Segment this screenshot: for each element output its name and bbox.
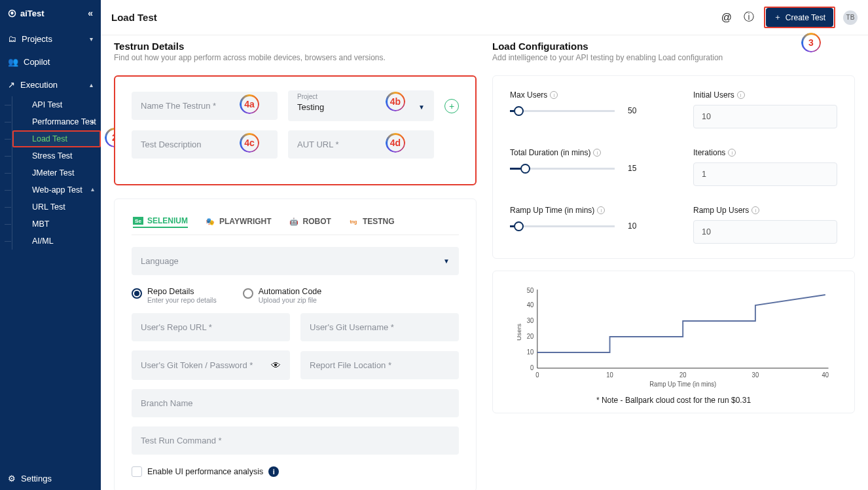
repo-url-input[interactable]: User's Repo URL * bbox=[132, 313, 290, 341]
tab-selenium[interactable]: SeSELENIUM bbox=[133, 216, 188, 228]
max-users-slider[interactable] bbox=[510, 110, 615, 112]
project-value: Testing bbox=[297, 102, 324, 112]
sidebar-item-performance-test[interactable]: Performance Test▴ bbox=[12, 113, 101, 130]
annotation-4a: 4a bbox=[240, 94, 259, 114]
ramp-chart: 01020304050 010203040 Users Ramp Up Time… bbox=[513, 283, 835, 388]
radio-repo-details[interactable]: Repo Details Enter your repo details bbox=[132, 287, 217, 304]
radio-icon bbox=[243, 288, 253, 299]
testng-icon: tng bbox=[348, 217, 359, 225]
svg-text:40: 40 bbox=[822, 371, 829, 379]
robot-icon: 🤖 bbox=[289, 217, 299, 225]
sidebar-item-label: Settings bbox=[21, 474, 52, 483]
svg-text:40: 40 bbox=[527, 301, 534, 309]
tab-robot[interactable]: 🤖ROBOT bbox=[289, 216, 331, 228]
eye-icon[interactable]: 👁 bbox=[271, 360, 281, 371]
info-icon[interactable]: i bbox=[751, 206, 759, 214]
tab-testng[interactable]: tngTESTNG bbox=[348, 216, 395, 228]
report-location-input[interactable]: Report File Location * bbox=[300, 351, 459, 379]
info-icon[interactable]: i bbox=[597, 206, 605, 214]
sidebar-item-url-test[interactable]: URL Test bbox=[12, 198, 101, 216]
load-config-card: Max Usersi 50 Initial Usersi 10 Total Du… bbox=[492, 75, 855, 259]
sidebar-item-mbt[interactable]: MBT bbox=[12, 216, 101, 233]
chevron-icon: ▴ bbox=[91, 117, 94, 124]
svg-text:30: 30 bbox=[752, 371, 759, 379]
radio-title: Automation Code bbox=[259, 287, 322, 296]
gear-icon: ⚙ bbox=[8, 474, 16, 483]
sidebar-item-webapp-test[interactable]: Web-app Test▴ bbox=[12, 181, 101, 198]
git-token-input[interactable]: User's Git Token / Password *👁 bbox=[132, 350, 290, 380]
section-subtitle: Add intelligence to your API testing by … bbox=[492, 53, 855, 62]
framework-card: SeSELENIUM 🎭PLAYWRIGHT 🤖ROBOT tngTESTNG … bbox=[114, 198, 477, 490]
topbar: Load Test @ ⓘ ＋ Create Test TB 3 bbox=[101, 0, 868, 35]
testrun-column: Testrun Details Find out how your app pe… bbox=[114, 41, 477, 480]
placeholder: AUT URL * bbox=[297, 140, 339, 149]
ramp-users-label: Ramp Up Users bbox=[693, 206, 749, 215]
radio-automation-code[interactable]: Automation Code Upload your zip file bbox=[243, 287, 322, 304]
max-users-label: Max Users bbox=[510, 90, 547, 100]
name-testrun-input[interactable]: Name The Testrun * 4a bbox=[132, 92, 278, 120]
aut-url-input[interactable]: AUT URL * 4d bbox=[288, 130, 434, 159]
chart-note: * Note - Ballpark cloud cost for the run… bbox=[513, 396, 835, 405]
brand-icon: ⦿ bbox=[8, 9, 16, 18]
placeholder: Name The Testrun * bbox=[141, 101, 216, 111]
project-select[interactable]: Testing ▼ 4b bbox=[288, 90, 434, 121]
iterations-label: Iterations bbox=[693, 148, 725, 157]
ramp-users-input[interactable]: 10 bbox=[693, 220, 837, 244]
placeholder: Test Description bbox=[141, 140, 201, 149]
add-project-button[interactable]: + bbox=[444, 99, 459, 113]
info-icon[interactable]: i bbox=[593, 149, 601, 157]
sidebar-item-stress-test[interactable]: Stress Test bbox=[12, 147, 101, 164]
sidebar-item-load-test[interactable]: Load Test 2 bbox=[12, 130, 101, 147]
brand-text: aiTest bbox=[20, 9, 45, 18]
svg-text:50: 50 bbox=[527, 287, 534, 294]
sidebar-item-api-test[interactable]: API Test bbox=[12, 96, 101, 113]
language-select[interactable]: Language ▼ bbox=[132, 247, 459, 275]
collapse-sidebar-icon[interactable]: « bbox=[88, 8, 93, 18]
sidebar-item-execution[interactable]: ↗ Execution ▴ bbox=[0, 73, 101, 96]
total-duration-slider[interactable] bbox=[510, 168, 615, 170]
total-duration-value: 15 bbox=[615, 164, 654, 173]
tab-playwright[interactable]: 🎭PLAYWRIGHT bbox=[205, 216, 272, 228]
test-run-command-input[interactable]: Test Run Command * bbox=[132, 426, 459, 455]
radio-title: Repo Details bbox=[147, 287, 217, 296]
at-icon[interactable]: @ bbox=[719, 10, 734, 25]
sidebar-item-aiml[interactable]: AI/ML bbox=[12, 233, 101, 250]
ramp-time-value: 10 bbox=[615, 221, 654, 231]
total-duration-label: Total Duration (in mins) bbox=[510, 148, 590, 157]
enable-perf-label: Enable UI performance analysis bbox=[147, 467, 263, 476]
chart-ylabel: Users bbox=[515, 324, 522, 341]
test-description-input[interactable]: Test Description 4c bbox=[132, 130, 278, 159]
sidebar-item-label: Copilot bbox=[24, 57, 50, 67]
avatar[interactable]: TB bbox=[843, 10, 858, 25]
sidebar-item-settings[interactable]: ⚙ Settings bbox=[0, 467, 101, 490]
sidebar-item-copilot[interactable]: 👥 Copilot bbox=[0, 50, 101, 73]
testrun-details-card: Name The Testrun * 4a Testing ▼ 4b + Tes… bbox=[114, 75, 477, 185]
sidebar-item-label: Projects bbox=[22, 34, 52, 44]
sidebar-item-projects[interactable]: 🗂 Projects ▾ bbox=[0, 28, 101, 50]
folder-icon: 🗂 bbox=[8, 34, 16, 44]
annotation-4d: 4d bbox=[386, 133, 405, 153]
svg-text:10: 10 bbox=[606, 371, 613, 379]
initial-users-label: Initial Users bbox=[693, 90, 734, 100]
radio-sub: Enter your repo details bbox=[147, 296, 217, 304]
enable-perf-checkbox[interactable] bbox=[132, 466, 142, 477]
annotation-4b: 4b bbox=[386, 92, 405, 111]
svg-text:10: 10 bbox=[527, 349, 534, 356]
svg-text:0: 0 bbox=[535, 371, 539, 379]
info-icon[interactable]: i bbox=[268, 466, 279, 477]
sidebar: ⦿ aiTest « 🗂 Projects ▾ 👥 Copilot ↗ Exec… bbox=[0, 0, 101, 490]
initial-users-input[interactable]: 10 bbox=[693, 105, 837, 128]
create-test-button[interactable]: ＋ Create Test bbox=[766, 8, 833, 27]
ramp-time-slider[interactable] bbox=[510, 225, 615, 227]
iterations-input[interactable]: 1 bbox=[693, 162, 837, 186]
branch-name-input[interactable]: Branch Name bbox=[132, 389, 459, 417]
chevron-up-icon: ▴ bbox=[90, 81, 93, 88]
svg-text:20: 20 bbox=[527, 333, 534, 340]
info-icon[interactable]: ⓘ bbox=[742, 10, 756, 25]
svg-text:20: 20 bbox=[679, 371, 687, 379]
git-username-input[interactable]: User's Git Username * bbox=[300, 313, 459, 341]
sidebar-item-jmeter-test[interactable]: JMeter Test bbox=[12, 164, 101, 181]
info-icon[interactable]: i bbox=[550, 91, 558, 99]
info-icon[interactable]: i bbox=[737, 91, 745, 99]
info-icon[interactable]: i bbox=[728, 149, 736, 157]
